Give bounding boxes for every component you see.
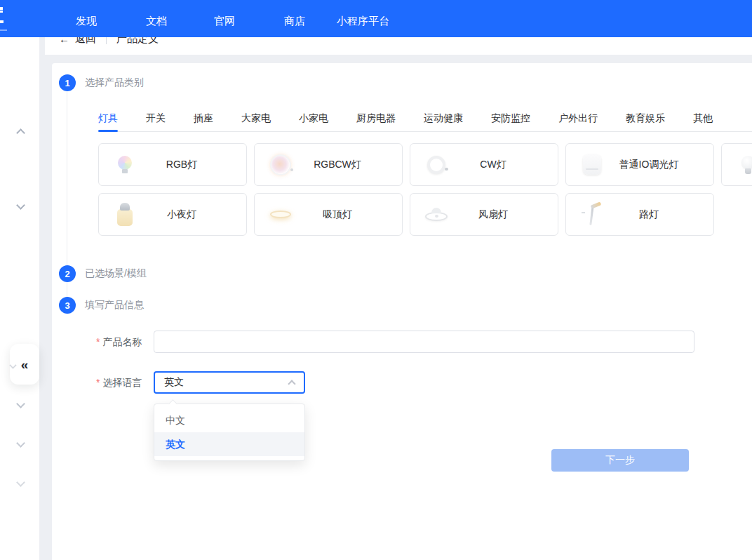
required-mark: * — [96, 377, 100, 388]
tab-large-appliance[interactable]: 大家电 — [241, 107, 271, 131]
product-card-ceiling-light[interactable]: 吸顶灯 — [254, 193, 403, 236]
product-card-rgbcw-light[interactable]: RGBCW灯 — [254, 143, 403, 186]
tab-security-monitoring[interactable]: 安防监控 — [491, 107, 530, 131]
nav-item-miniprogram-platform[interactable]: 小程序平台 — [337, 15, 389, 28]
step-2-badge: 2 — [59, 265, 76, 282]
top-header: 发现 文档 官网 商店 小程序平台 — [0, 0, 752, 37]
step-1-badge: 1 — [59, 74, 76, 91]
product-card-night-light[interactable]: 小夜灯 — [98, 193, 247, 236]
product-card-rgb-light[interactable]: RGB灯 — [98, 143, 247, 186]
language-dropdown: 中文 英文 — [154, 404, 305, 461]
step-3-label: 填写产品信息 — [85, 299, 144, 312]
rgbcw-light-icon — [267, 150, 294, 180]
tab-sports-health[interactable]: 运动健康 — [424, 107, 463, 131]
rgb-bulb-icon — [112, 150, 138, 180]
product-card-street-light[interactable]: 路灯 — [565, 193, 714, 236]
logo-fragment — [0, 20, 4, 23]
language-option-english[interactable]: 英文 — [154, 432, 304, 456]
tab-socket[interactable]: 插座 — [194, 107, 213, 131]
nav-item-docs[interactable]: 文档 — [146, 15, 167, 28]
left-sidebar: « — [0, 37, 39, 560]
product-card-label: 小夜灯 — [149, 208, 196, 221]
io-dimmer-icon — [579, 150, 605, 180]
chevron-down-icon[interactable] — [16, 399, 25, 408]
step-1: 1 选择产品类别 — [59, 74, 144, 91]
nav-item-store[interactable]: 商店 — [284, 15, 305, 28]
breadcrumb: ← 返回 产品定义 — [45, 37, 752, 55]
tab-switch[interactable]: 开关 — [146, 107, 166, 131]
collapse-left-icon: « — [21, 358, 29, 371]
nav-item-discover[interactable]: 发现 — [76, 15, 97, 28]
tab-outdoor-travel[interactable]: 户外出行 — [558, 107, 598, 131]
product-card-cw-light[interactable]: CW灯 — [410, 143, 558, 186]
category-tabs: 灯具 开关 插座 大家电 小家电 厨房电器 运动健康 安防监控 户外出行 教育娱… — [98, 107, 752, 132]
required-mark: * — [96, 336, 100, 347]
product-card-io-dimmer-light[interactable]: 普通IO调光灯 — [565, 143, 714, 186]
product-card-label: RGBCW灯 — [295, 159, 361, 171]
product-card-label: CW灯 — [462, 159, 506, 171]
chevron-down-icon[interactable] — [16, 201, 25, 210]
product-card-partial[interactable] — [721, 143, 752, 186]
tab-education-entertainment[interactable]: 教育娱乐 — [626, 107, 665, 131]
tab-others[interactable]: 其他 — [693, 107, 713, 131]
product-name-input[interactable] — [154, 331, 694, 353]
cw-downlight-icon — [423, 150, 450, 180]
tab-lighting[interactable]: 灯具 — [98, 107, 118, 131]
chevron-up-icon — [288, 380, 295, 387]
chevron-down-icon[interactable] — [16, 478, 25, 487]
fan-light-icon — [423, 200, 450, 229]
chevron-down-icon — [9, 361, 16, 368]
language-option-chinese[interactable]: 中文 — [154, 408, 304, 432]
step-2: 2 已选场景/模组 — [59, 265, 147, 282]
product-card-label: 吸顶灯 — [304, 208, 352, 221]
language-select-value: 英文 — [155, 376, 289, 389]
nav-item-official-site[interactable]: 官网 — [214, 15, 235, 28]
sidebar-collapse-button[interactable]: « — [10, 344, 39, 385]
step-3-badge: 3 — [59, 297, 76, 314]
language-select[interactable]: 英文 — [154, 371, 305, 394]
product-card-label: 路灯 — [621, 208, 659, 221]
main-panel: 1 选择产品类别 灯具 开关 插座 大家电 小家电 厨房电器 运动健康 安防监控… — [52, 63, 752, 560]
step-1-label: 选择产品类别 — [85, 76, 144, 89]
logo-fragment — [0, 7, 3, 10]
chevron-down-icon[interactable] — [16, 439, 25, 448]
logo-fragment — [0, 11, 3, 13]
product-card-label: 风扇灯 — [460, 208, 508, 221]
content-area: ← 返回 产品定义 1 选择产品类别 灯具 开关 插座 大家电 小家电 厨房电器… — [39, 37, 752, 560]
street-light-icon — [579, 200, 605, 229]
product-card-label: 普通IO调光灯 — [601, 159, 679, 171]
ceiling-light-icon — [267, 200, 294, 229]
product-name-label: *产品名称 — [96, 331, 142, 353]
chevron-up-icon[interactable] — [16, 128, 25, 138]
night-light-icon — [112, 200, 138, 229]
product-card-fan-light[interactable]: 风扇灯 — [410, 193, 558, 236]
tab-kitchen-appliance[interactable]: 厨房电器 — [356, 107, 396, 131]
dropdown-pointer — [168, 399, 177, 408]
white-bulb-icon — [734, 150, 752, 180]
step-3: 3 填写产品信息 — [59, 297, 144, 314]
step-2-label: 已选场景/模组 — [85, 267, 147, 280]
product-type-grid: RGB灯 RGBCW灯 CW灯 普通IO调光灯 小夜灯 — [98, 143, 752, 236]
logo-fragment — [0, 29, 7, 31]
next-step-button[interactable]: 下一步 — [551, 449, 689, 472]
product-card-label: RGB灯 — [148, 159, 197, 171]
tab-small-appliance[interactable]: 小家电 — [299, 107, 328, 131]
language-label: *选择语言 — [96, 371, 142, 394]
